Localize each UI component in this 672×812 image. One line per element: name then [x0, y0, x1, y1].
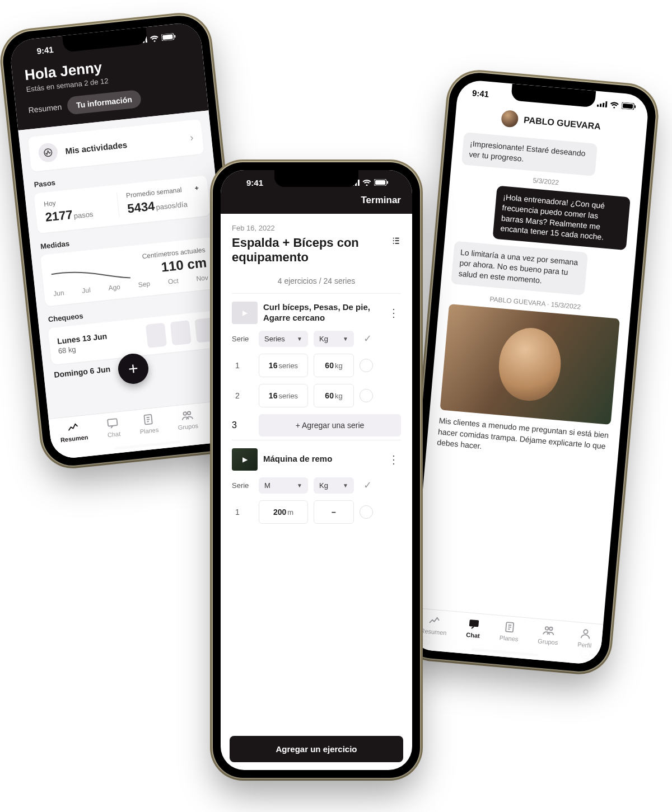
set-weight-input[interactable]: –	[314, 500, 354, 524]
add-exercise-button[interactable]: Agregar un ejercicio	[230, 736, 403, 762]
reps-unit-select[interactable]: Series▼	[259, 331, 308, 347]
set-done-toggle[interactable]	[360, 505, 373, 519]
weight-unit-select[interactable]: Kg▼	[314, 477, 354, 494]
tab-resumen[interactable]: Resumen	[27, 98, 63, 119]
svg-rect-29	[469, 619, 479, 627]
select-label: M	[264, 481, 270, 490]
status-time: 9:41	[472, 88, 489, 99]
svg-rect-26	[634, 105, 636, 108]
tabbar-resumen[interactable]: Resumen	[59, 420, 88, 443]
svg-rect-20	[597, 104, 599, 106]
checkin-photo-slot[interactable]	[146, 323, 167, 348]
avatar[interactable]	[501, 110, 519, 128]
more-icon[interactable]: ⋮	[386, 453, 401, 466]
date-separator: 5/3/2022	[460, 170, 632, 193]
month-oct: Oct	[167, 277, 179, 286]
exercise-block: ▶ Curl bíceps, Pesas, De pie, Agarre cer…	[232, 293, 401, 440]
svg-rect-16	[358, 180, 360, 186]
chevron-down-icon: ▼	[297, 482, 302, 489]
tabbar-grupos[interactable]: Grupos	[538, 623, 559, 646]
set-done-toggle[interactable]	[360, 359, 373, 372]
phone-workout: 9:41 Terminar Feb 16, 2022 Espalda + Bíc…	[213, 162, 420, 778]
tab-tu-informacion[interactable]: Tu información	[67, 90, 142, 115]
tabbar-planes[interactable]: Planes	[138, 412, 159, 435]
post-image[interactable]	[440, 304, 620, 425]
set-weight-input[interactable]: 60kg	[314, 384, 354, 407]
add-set-button[interactable]: + Agregar una serie	[259, 414, 401, 436]
play-icon: ▶	[242, 456, 248, 463]
workout-date: Feb 16, 2022	[232, 224, 401, 232]
set-weight-unit: kg	[335, 362, 343, 370]
steps-today-number: 2177	[45, 208, 73, 224]
svg-rect-21	[600, 104, 602, 107]
select-label: Kg	[319, 335, 328, 343]
more-icon[interactable]: ⋮	[386, 306, 401, 320]
tabbar-chat[interactable]: Chat	[466, 617, 482, 639]
month-nov: Nov	[196, 274, 209, 283]
svg-rect-6	[174, 35, 176, 37]
terminar-button[interactable]: Terminar	[232, 195, 401, 206]
chevron-down-icon: ▼	[343, 482, 348, 489]
svg-rect-22	[603, 102, 605, 107]
checkin-photo-slot[interactable]	[170, 320, 192, 345]
exercise-name: Curl bíceps, Pesas, De pie, Agarre cerca…	[263, 302, 381, 323]
set-reps-input[interactable]: 16series	[259, 354, 308, 377]
chat-title: PABLO GUEVARA	[523, 115, 601, 132]
tabbar-resumen[interactable]: Resumen	[420, 613, 448, 636]
message-incoming[interactable]: ¡Impresionante! Estaré deseando ver tu p…	[461, 132, 598, 176]
tabbar-chat[interactable]: Chat	[106, 416, 121, 438]
planes-icon	[503, 621, 516, 634]
workout-title: Espalda + Bíceps con equipamento	[232, 236, 391, 265]
month-ago: Ago	[108, 283, 121, 292]
tabbar-planes[interactable]: Planes	[499, 620, 520, 642]
distance-unit-select[interactable]: M▼	[259, 477, 308, 494]
svg-point-11	[187, 411, 190, 415]
message-outgoing[interactable]: ¡Hola entrenadora! ¿Con qué frecuencia p…	[493, 186, 631, 251]
steps-avg-number: 5434	[127, 199, 155, 215]
phone-chat: 9:41 PABLO GUEVARA ¡Impresionante! Estar…	[400, 71, 658, 674]
tabbar-label: Chat	[107, 430, 120, 438]
set-row: 1 200m –	[232, 500, 401, 524]
set-reps-input[interactable]: 16series	[259, 384, 308, 407]
tabbar-grupos[interactable]: Grupos	[176, 409, 199, 431]
set-distance-input[interactable]: 200m	[259, 500, 308, 524]
tabbar-label: Chat	[466, 631, 480, 639]
steps-plus-icon[interactable]: +	[194, 184, 199, 193]
tabbar-label: Planes	[139, 426, 159, 435]
select-label: Series	[264, 335, 285, 343]
set-weight-value: 60	[325, 361, 334, 370]
exercise-thumbnail[interactable]: ▶	[232, 302, 258, 324]
chevron-down-icon: ▼	[297, 336, 302, 342]
set-reps-value: 16	[269, 361, 278, 370]
svg-rect-5	[162, 34, 173, 40]
svg-rect-18	[375, 180, 385, 185]
measures-value: 110 cm	[160, 255, 207, 275]
set-index: 1	[232, 361, 253, 370]
planes-icon	[141, 413, 155, 426]
activities-card[interactable]: Mis actividades ›	[28, 119, 204, 172]
weight-unit-select[interactable]: Kg▼	[314, 331, 354, 347]
select-label: Kg	[319, 481, 328, 490]
status-time: 9:41	[36, 44, 54, 55]
tabbar-label: Grupos	[538, 637, 558, 646]
list-toggle-icon[interactable]	[391, 236, 401, 249]
tabbar-label: Resumen	[60, 434, 88, 443]
chat-body[interactable]: ¡Impresionante! Estaré deseando ver tu p…	[411, 128, 645, 641]
svg-point-33	[584, 630, 588, 634]
set-weight-value: 60	[325, 391, 334, 400]
tabbar-perfil[interactable]: Perfil	[577, 627, 593, 649]
set-done-toggle[interactable]	[360, 389, 373, 402]
check-column-icon: ✓	[360, 479, 375, 491]
set-index: 2	[232, 391, 253, 400]
play-icon: ▶	[242, 309, 248, 317]
message-incoming[interactable]: Lo limitaría a una vez por semana por ah…	[451, 241, 587, 295]
steps-today-unit: pasos	[73, 210, 94, 220]
set-index: 3	[232, 420, 253, 430]
activities-title: Mis actividades	[65, 134, 183, 156]
set-reps-unit: series	[278, 392, 298, 400]
svg-point-7	[44, 148, 52, 157]
svg-point-10	[183, 412, 186, 415]
set-weight-input[interactable]: 60kg	[314, 354, 354, 377]
exercise-thumbnail[interactable]: ▶	[232, 448, 258, 471]
svg-rect-19	[387, 181, 388, 184]
